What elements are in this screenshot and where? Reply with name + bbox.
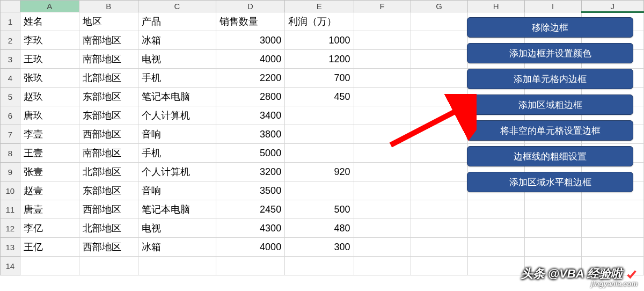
cell-D5[interactable]: 2800	[216, 88, 284, 106]
cell-E1[interactable]: 利润（万）	[285, 12, 354, 31]
cell-C8[interactable]: 手机	[138, 144, 216, 163]
cell-A5[interactable]: 赵玖	[20, 88, 79, 106]
cell-B1[interactable]: 地区	[79, 12, 138, 31]
cell-D2[interactable]: 3000	[216, 31, 284, 50]
cell-C9[interactable]: 个人计算机	[138, 163, 216, 181]
cell-F2[interactable]	[354, 31, 411, 50]
cell-C10[interactable]: 音响	[138, 181, 216, 200]
cell-A13[interactable]: 王亿	[20, 238, 79, 257]
cell-C2[interactable]: 冰箱	[138, 31, 216, 50]
cell-C5[interactable]: 笔记本电脑	[138, 88, 216, 106]
cell-J11[interactable]	[581, 200, 643, 219]
cell-F4[interactable]	[354, 69, 411, 88]
cell-E3[interactable]: 1200	[285, 50, 354, 69]
cell-B14[interactable]	[79, 257, 138, 275]
cell-G6[interactable]	[411, 106, 467, 125]
cell-G12[interactable]	[411, 219, 467, 238]
cell-G13[interactable]	[411, 238, 467, 257]
cell-B6[interactable]: 东部地区	[79, 106, 138, 125]
cell-G4[interactable]	[411, 69, 467, 88]
row-header-10[interactable]: 10	[1, 181, 20, 200]
row-header-12[interactable]: 12	[1, 219, 20, 238]
cell-J12[interactable]	[581, 219, 643, 238]
cell-F10[interactable]	[354, 181, 411, 200]
column-header-B[interactable]: B	[79, 1, 138, 12]
macro-button-6[interactable]: 边框线的粗细设置	[467, 146, 633, 166]
column-header-J[interactable]: J	[581, 1, 643, 12]
cell-A14[interactable]	[20, 257, 79, 275]
cell-C6[interactable]: 个人计算机	[138, 106, 216, 125]
cell-B10[interactable]: 东部地区	[79, 181, 138, 200]
row-header-3[interactable]: 3	[1, 50, 20, 69]
macro-button-7[interactable]: 添加区域水平粗边框	[467, 172, 633, 192]
cell-C4[interactable]: 手机	[138, 69, 216, 88]
cell-F8[interactable]	[354, 144, 411, 163]
cell-B11[interactable]: 西部地区	[79, 200, 138, 219]
cell-G5[interactable]	[411, 88, 467, 106]
cell-E10[interactable]	[285, 181, 354, 200]
cell-A8[interactable]: 王壹	[20, 144, 79, 163]
cell-B4[interactable]: 北部地区	[79, 69, 138, 88]
cell-A11[interactable]: 唐壹	[20, 200, 79, 219]
cell-D3[interactable]: 4000	[216, 50, 284, 69]
cell-A9[interactable]: 张壹	[20, 163, 79, 181]
cell-E11[interactable]: 500	[285, 200, 354, 219]
cell-F7[interactable]	[354, 125, 411, 144]
row-header-13[interactable]: 13	[1, 238, 20, 257]
select-all-corner[interactable]	[1, 1, 20, 12]
cell-B7[interactable]: 西部地区	[79, 125, 138, 144]
cell-D8[interactable]: 5000	[216, 144, 284, 163]
cell-F5[interactable]	[354, 88, 411, 106]
column-header-I[interactable]: I	[524, 1, 581, 12]
macro-button-2[interactable]: 添加边框并设置颜色	[467, 43, 633, 63]
cell-E4[interactable]: 700	[285, 69, 354, 88]
cell-F9[interactable]	[354, 163, 411, 181]
macro-button-5[interactable]: 将非空的单元格设置边框	[467, 120, 633, 141]
cell-C14[interactable]	[138, 257, 216, 275]
cell-C11[interactable]: 笔记本电脑	[138, 200, 216, 219]
cell-C13[interactable]: 冰箱	[138, 238, 216, 257]
cell-J13[interactable]	[581, 238, 643, 257]
cell-D14[interactable]	[216, 257, 284, 275]
cell-D7[interactable]: 3800	[216, 125, 284, 144]
cell-B2[interactable]: 南部地区	[79, 31, 138, 50]
cell-C3[interactable]: 电视	[138, 50, 216, 69]
cell-A7[interactable]: 李壹	[20, 125, 79, 144]
column-header-A[interactable]: A	[20, 1, 79, 12]
macro-button-3[interactable]: 添加单元格内边框	[467, 69, 633, 89]
cell-E2[interactable]: 1000	[285, 31, 354, 50]
row-header-9[interactable]: 9	[1, 163, 20, 181]
cell-D13[interactable]: 4000	[216, 238, 284, 257]
cell-B12[interactable]: 北部地区	[79, 219, 138, 238]
cell-E9[interactable]: 920	[285, 163, 354, 181]
cell-E6[interactable]	[285, 106, 354, 125]
cell-D4[interactable]: 2200	[216, 69, 284, 88]
cell-E14[interactable]	[285, 257, 354, 275]
cell-F12[interactable]	[354, 219, 411, 238]
cell-E7[interactable]	[285, 125, 354, 144]
macro-button-1[interactable]: 移除边框	[467, 17, 633, 38]
cell-D12[interactable]: 4300	[216, 219, 284, 238]
cell-F11[interactable]	[354, 200, 411, 219]
column-header-C[interactable]: C	[138, 1, 216, 12]
row-header-14[interactable]: 14	[1, 257, 20, 275]
cell-A12[interactable]: 李亿	[20, 219, 79, 238]
cell-F14[interactable]	[354, 257, 411, 275]
cell-G2[interactable]	[411, 31, 467, 50]
column-header-H[interactable]: H	[467, 1, 524, 12]
column-header-E[interactable]: E	[285, 1, 354, 12]
cell-G7[interactable]	[411, 125, 467, 144]
row-header-4[interactable]: 4	[1, 69, 20, 88]
cell-H12[interactable]	[467, 219, 524, 238]
cell-A6[interactable]: 唐玖	[20, 106, 79, 125]
cell-D9[interactable]: 3200	[216, 163, 284, 181]
row-header-2[interactable]: 2	[1, 31, 20, 50]
cell-I13[interactable]	[524, 238, 581, 257]
cell-F3[interactable]	[354, 50, 411, 69]
cell-A3[interactable]: 王玖	[20, 50, 79, 69]
row-header-5[interactable]: 5	[1, 88, 20, 106]
cell-G9[interactable]	[411, 163, 467, 181]
cell-G11[interactable]	[411, 200, 467, 219]
row-header-7[interactable]: 7	[1, 125, 20, 144]
cell-G3[interactable]	[411, 50, 467, 69]
